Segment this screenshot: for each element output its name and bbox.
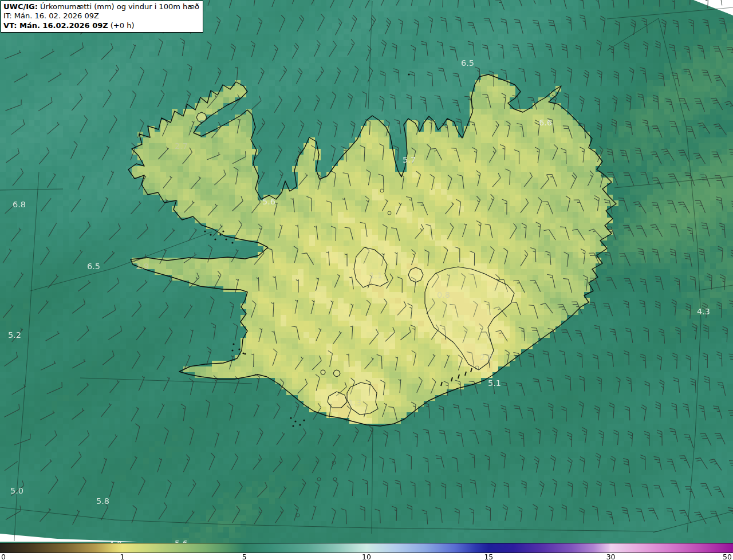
islet — [235, 237, 237, 239]
graticule-line — [0, 189, 63, 190]
glacier-outline — [196, 112, 207, 123]
weather-map-viewport: 6.56.65.72.75.66.86.52.91.10.85.24.32.85… — [0, 0, 733, 560]
islet — [214, 238, 216, 240]
valid-time-line: VT: Mán. 16.02.2026 09Z (+0 h) — [3, 21, 199, 30]
map-overlay: 6.56.65.72.75.66.86.52.91.10.85.24.32.85… — [0, 0, 733, 560]
lagoon-mark — [465, 372, 466, 376]
islet — [231, 349, 233, 351]
calm-wind-circle — [380, 189, 384, 192]
contour-label: 2.7 — [175, 141, 188, 151]
contour-label: 5.0 — [10, 486, 23, 495]
contour-label: 5.8 — [96, 496, 109, 506]
contour-label: 6.8 — [13, 200, 26, 209]
colorbar-tick-label: 0 — [1, 553, 6, 560]
contour-label: 5.1 — [488, 378, 501, 388]
lagoon-mark — [471, 368, 472, 372]
contour-label: 1.3 — [348, 398, 361, 407]
islet — [244, 353, 246, 354]
colorbar-tick-label: 50 — [723, 553, 732, 560]
valid-time-bold: VT: Mán. 16.02.2026 09Z — [3, 21, 108, 30]
glacier-outline — [425, 267, 514, 370]
islet — [290, 417, 291, 419]
islet — [238, 348, 240, 350]
calm-wind-circle — [388, 211, 391, 215]
islet — [210, 234, 211, 235]
glacier-outline — [328, 392, 347, 408]
islet — [294, 420, 296, 422]
graticule-line — [372, 427, 373, 534]
graticule-line — [607, 7, 733, 19]
contour-label: 4.3 — [697, 307, 710, 316]
graticule-line — [0, 507, 659, 531]
contour-label: 5.7 — [403, 155, 416, 164]
contour-label: 6.6 — [539, 118, 552, 127]
colorbar-tick-label: 5 — [242, 553, 247, 560]
islet — [408, 73, 409, 75]
map-title-text: Úrkomumætti (mm) og vindur i 100m hæð — [38, 2, 199, 11]
init-time-line: IT: Mán. 16. 02. 2026 09Z — [3, 11, 199, 21]
islet — [303, 419, 305, 421]
colorbar: 01510153050 — [0, 543, 733, 560]
colorbar-tick-label: 1 — [120, 553, 124, 560]
glacier-outline — [354, 247, 388, 287]
islet — [225, 238, 227, 240]
contour-label: 6.5 — [461, 58, 474, 68]
islet — [292, 425, 294, 427]
contour-label: 5.6 — [262, 197, 275, 206]
contour-label: 5.2 — [8, 330, 21, 340]
colorbar-tick-label: 30 — [606, 553, 616, 560]
lagoon-mark — [441, 382, 442, 386]
map-title-line: UWC/IG: Úrkomumætti (mm) og vindur i 100… — [3, 2, 199, 11]
glacier-outline — [333, 370, 340, 377]
colorbar-gradient — [0, 543, 733, 553]
graticule-line — [659, 18, 701, 533]
islet — [242, 352, 244, 354]
graticule-line — [30, 232, 212, 291]
calm-wind-circle — [317, 478, 321, 481]
valid-time-offset: (+0 h) — [108, 21, 135, 30]
islet — [232, 343, 234, 345]
contour-label: 2.8 — [480, 353, 493, 362]
islet — [299, 424, 301, 425]
glacier-outline — [321, 370, 325, 374]
contour-label: 0.8 — [437, 290, 450, 299]
lagoon-mark — [451, 377, 452, 381]
islet — [204, 230, 206, 232]
lagoon-mark — [458, 374, 459, 378]
colorbar-labels: 01510153050 — [0, 553, 733, 560]
islet — [219, 234, 221, 235]
title-box: UWC/IG: Úrkomumætti (mm) og vindur i 100… — [1, 1, 203, 33]
islet — [231, 242, 233, 243]
calm-wind-circle — [296, 514, 299, 517]
contour-label: 1.1 — [369, 271, 383, 280]
model-id: UWC/IG: — [3, 2, 38, 11]
islet — [222, 230, 224, 232]
graticule-line — [653, 511, 733, 533]
colorbar-tick-label: 15 — [484, 553, 493, 560]
colorbar-tick-label: 10 — [362, 553, 371, 560]
contour-label: 6.5 — [87, 262, 100, 271]
glacier-outline — [408, 267, 423, 282]
graticule-line — [699, 285, 733, 290]
contour-label: 2.9 — [136, 262, 149, 271]
